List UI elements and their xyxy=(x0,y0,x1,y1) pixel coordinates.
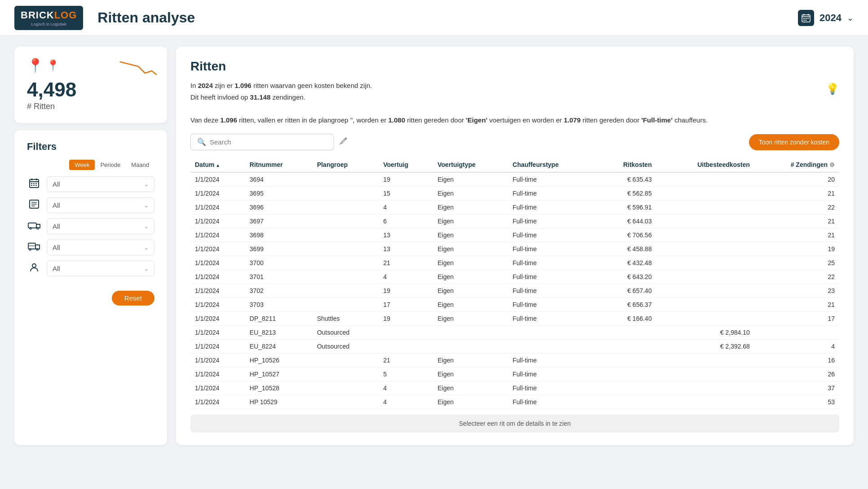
col-ritkosten[interactable]: Ritkosten xyxy=(596,157,657,172)
table-cell: DP_8211 xyxy=(245,312,313,326)
truck2-filter-icon xyxy=(27,242,41,253)
col-uitbesteedkosten[interactable]: Uitbesteedkosten xyxy=(656,157,754,172)
search-input[interactable] xyxy=(210,138,327,146)
table-cell: 4 xyxy=(379,395,433,409)
table-header: Datum Ritnummer Plangroep Voertuig Voert… xyxy=(190,157,839,172)
table-cell xyxy=(656,187,754,201)
table-cell: 21 xyxy=(754,187,839,201)
search-icon: 🔍 xyxy=(197,138,206,146)
table-cell xyxy=(313,228,379,242)
calendar-icon xyxy=(798,10,814,26)
table-cell: Outsourced xyxy=(313,340,379,354)
filter-value-person: All xyxy=(53,265,60,272)
edit-icon[interactable] xyxy=(339,137,348,147)
table-cell: 15 xyxy=(379,187,433,201)
filter-select-truck2[interactable]: All ⌄ xyxy=(47,240,154,255)
tab-periode[interactable]: Periode xyxy=(95,160,126,170)
table-cell: 37 xyxy=(754,381,839,395)
table-row[interactable]: 1/1/2024HP_105284EigenFull-time37 xyxy=(190,381,839,395)
filter-select-person[interactable]: All ⌄ xyxy=(47,261,154,276)
filter-select-calendar[interactable]: All ⌄ xyxy=(47,176,154,192)
svg-rect-14 xyxy=(33,183,35,184)
table-row[interactable]: 1/1/2024EU_8213Outsourced€ 2,984.10 xyxy=(190,326,839,340)
col-voertuigtype[interactable]: Voertuigtype xyxy=(433,157,508,172)
col-plangroep[interactable]: Plangroep xyxy=(313,157,379,172)
tab-week[interactable]: Week xyxy=(69,160,95,170)
table-cell: € 562.85 xyxy=(596,187,657,201)
table-cell: 25 xyxy=(754,256,839,270)
table-row[interactable]: 1/1/2024369813EigenFull-time€ 706.5621 xyxy=(190,228,839,242)
tab-maand[interactable]: Maand xyxy=(126,160,154,170)
col-chauffeurstype[interactable]: Chauffeurstype xyxy=(508,157,596,172)
filter-select-truck1[interactable]: All ⌄ xyxy=(47,218,154,234)
filters-card: Filters Week Periode Maand xyxy=(14,130,167,445)
svg-point-27 xyxy=(29,249,31,250)
reset-button[interactable]: Reset xyxy=(112,291,154,306)
filter-row-person: All ⌄ xyxy=(27,261,154,276)
chevron-down-icon: ⌄ xyxy=(144,266,149,272)
table-cell: Eigen xyxy=(433,214,508,228)
logo-log: LOG xyxy=(54,9,77,21)
filter-value-truck2: All xyxy=(53,244,60,251)
table-row[interactable]: 1/1/202436964EigenFull-time€ 596.9122 xyxy=(190,201,839,214)
table-row[interactable]: 1/1/202437014EigenFull-time€ 643.2022 xyxy=(190,270,839,284)
col-datum[interactable]: Datum xyxy=(190,157,245,172)
col-settings-icon[interactable]: ⚙ xyxy=(829,162,835,168)
table-cell: 3698 xyxy=(245,228,313,242)
table-cell: 19 xyxy=(379,172,433,187)
table-row[interactable]: 1/1/2024EU_8224Outsourced€ 2,392.684 xyxy=(190,340,839,354)
table-cell xyxy=(656,256,754,270)
table-cell: 6 xyxy=(379,214,433,228)
table-cell: Eigen xyxy=(433,395,508,409)
table-row[interactable]: 1/1/2024370317EigenFull-time€ 656.3721 xyxy=(190,298,839,312)
table-cell xyxy=(313,395,379,409)
period-tabs: Week Periode Maand xyxy=(27,160,154,170)
search-box[interactable]: 🔍 xyxy=(190,134,334,150)
svg-rect-13 xyxy=(31,183,32,184)
toon-ritten-button[interactable]: Toon ritten zonder kosten xyxy=(749,134,839,150)
col-zendingen[interactable]: # Zendingen ⚙ xyxy=(754,157,839,172)
ritten-info: In 2024 zijn er 1.096 ritten waarvan gee… xyxy=(190,80,839,126)
year-dropdown-chevron[interactable]: ⌄ xyxy=(847,13,854,23)
table-row[interactable]: 1/1/2024369515EigenFull-time€ 562.8521 xyxy=(190,187,839,201)
table-cell: Full-time xyxy=(508,201,596,214)
table-cell: Full-time xyxy=(508,298,596,312)
info-fulltime: 'Full-time' xyxy=(641,116,673,124)
filter-value-calendar: All xyxy=(53,180,60,188)
table-row[interactable]: 1/1/2024370021EigenFull-time€ 432.4825 xyxy=(190,256,839,270)
table-cell: HP_10528 xyxy=(245,381,313,395)
table-cell xyxy=(508,340,596,354)
table-cell: Full-time xyxy=(508,270,596,284)
table-cell xyxy=(313,242,379,256)
table-cell: 22 xyxy=(754,201,839,214)
table-cell: HP_10526 xyxy=(245,354,313,367)
year-selector[interactable]: 2024 ⌄ xyxy=(798,10,854,26)
table-row[interactable]: 1/1/2024370219EigenFull-time€ 657.4023 xyxy=(190,284,839,298)
table-cell: Full-time xyxy=(508,172,596,187)
table-row[interactable]: 1/1/2024HP 105294EigenFull-time53 xyxy=(190,395,839,409)
col-ritnummer[interactable]: Ritnummer xyxy=(245,157,313,172)
table-row[interactable]: 1/1/2024HP_105275EigenFull-time26 xyxy=(190,367,839,381)
info-line3: Van deze 1.096 ritten, vallen er ritten … xyxy=(190,116,708,124)
table-row[interactable]: 1/1/2024DP_8211Shuttles19EigenFull-time€… xyxy=(190,312,839,326)
table-row[interactable]: 1/1/2024369913EigenFull-time€ 458.8819 xyxy=(190,242,839,256)
right-column: Ritten In 2024 zijn er 1.096 ritten waar… xyxy=(176,47,854,445)
table-cell xyxy=(313,256,379,270)
select-rit-bar: Selecteer een rit om de details in te zi… xyxy=(190,415,839,432)
table-row[interactable]: 1/1/2024HP_1052621EigenFull-time16 xyxy=(190,354,839,367)
filter-row-truck2: All ⌄ xyxy=(27,240,154,255)
table-cell: 20 xyxy=(754,172,839,187)
table-cell: EU_8224 xyxy=(245,340,313,354)
table-cell: Outsourced xyxy=(313,326,379,340)
header: BRICK LOG Logisch in Logistiek Ritten an… xyxy=(0,0,868,36)
filter-select-list[interactable]: All ⌄ xyxy=(47,197,154,213)
table-cell: Full-time xyxy=(508,214,596,228)
table-row[interactable]: 1/1/2024369419EigenFull-time€ 635.4320 xyxy=(190,172,839,187)
table-row[interactable]: 1/1/202436976EigenFull-time€ 644.0321 xyxy=(190,214,839,228)
table-cell: Eigen xyxy=(433,367,508,381)
table-cell: 21 xyxy=(754,228,839,242)
col-voertuig[interactable]: Voertuig xyxy=(379,157,433,172)
table-cell: Eigen xyxy=(433,298,508,312)
table-cell xyxy=(313,201,379,214)
table-cell xyxy=(313,172,379,187)
